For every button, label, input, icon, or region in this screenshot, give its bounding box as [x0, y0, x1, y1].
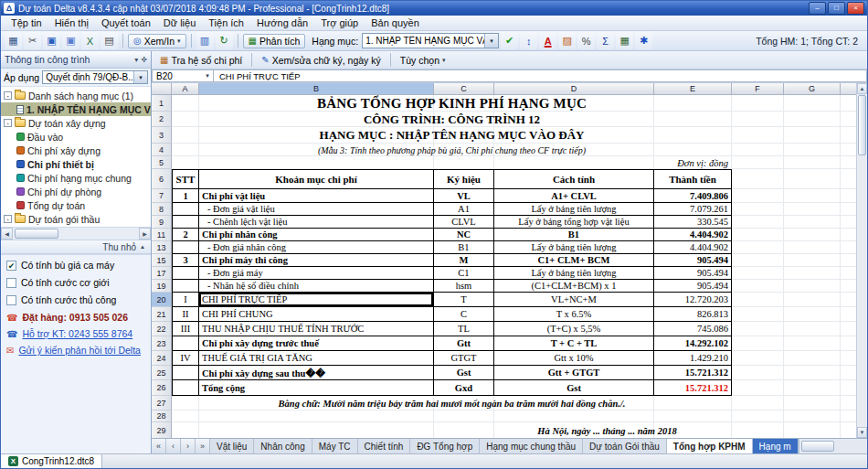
row-header-1[interactable]: 1 [152, 95, 172, 112]
tab-nav-first-icon[interactable]: « [152, 439, 166, 453]
cell[interactable] [841, 322, 856, 336]
cell[interactable]: 3 [172, 254, 199, 267]
minimize-button[interactable]: – [809, 2, 826, 15]
cell[interactable]: I [172, 293, 199, 307]
row-header-5[interactable]: 5 [152, 156, 172, 169]
cell[interactable] [172, 267, 199, 280]
horizontal-scrollbar[interactable] [799, 439, 867, 453]
cell[interactable] [841, 127, 856, 144]
scrollbar-thumb[interactable] [15, 229, 58, 239]
cell[interactable]: 826.813 [654, 307, 732, 322]
link-gui-y-kien-phan-hoi-toi-delta[interactable]: ✉Gửi ý kiến phản hồi tới Delta [6, 345, 145, 356]
cell[interactable]: T + C + TL [494, 336, 654, 351]
row-header-22[interactable]: 22 [152, 322, 172, 336]
cell[interactable] [784, 366, 841, 380]
cell[interactable] [172, 280, 199, 293]
cell[interactable] [841, 267, 856, 280]
cell[interactable]: CHI PHÍ TRỰC TIẾP [199, 293, 434, 307]
select-all-corner[interactable] [152, 83, 172, 95]
tree-item-du-toan-goi-thau[interactable]: -Dự toán gói thầu [1, 212, 151, 226]
apply-check-icon[interactable]: ✔ [501, 32, 518, 49]
cell[interactable] [784, 144, 841, 156]
cell[interactable]: Chi phí xây dựng sau thu�� [199, 366, 434, 380]
menu-item-huong-dan[interactable]: Hướng dẫn [250, 16, 314, 29]
font-color-icon[interactable]: A [539, 32, 556, 49]
tab-nav-next-icon[interactable]: › [181, 439, 196, 453]
row-header-19[interactable]: 19 [152, 280, 172, 293]
cell[interactable]: 905.494 [654, 280, 732, 293]
sheet-tab-hang-m[interactable]: Hạng m [753, 439, 799, 453]
row-header-7[interactable]: 7 [152, 189, 172, 203]
cell[interactable]: - Đơn giá nhân công [199, 241, 434, 254]
cell[interactable]: 2 [172, 229, 199, 241]
cell[interactable] [784, 169, 841, 189]
cell[interactable] [654, 410, 732, 422]
cell[interactable]: Chi phí máy thi công [199, 254, 434, 267]
cell[interactable]: Gtt + GTGT [494, 366, 654, 380]
menu-item-tro-giup[interactable]: Trợ giúp [314, 16, 365, 29]
row-header-9[interactable]: 9 [152, 216, 172, 229]
cell[interactable] [841, 307, 856, 322]
xem-sua-chu-ky-button[interactable]: ✎Xem/sửa chữ ký, ngày ký [257, 54, 386, 67]
cell[interactable]: Lấy ở bảng tổng hợp vật liệu [494, 216, 654, 229]
phan-tich-button[interactable]: ▦Phân tích [243, 34, 306, 48]
tree-item-chi-phi-hang-muc-chung[interactable]: Chi phí hạng mục chung [1, 171, 151, 185]
cell[interactable]: 15.721.312 [654, 366, 732, 380]
cell[interactable] [172, 380, 199, 396]
cell[interactable]: 330.545 [654, 216, 732, 229]
row-header-17[interactable]: 17 [152, 267, 172, 280]
cell[interactable] [784, 95, 841, 112]
cell[interactable]: Gxd [434, 380, 494, 396]
cell[interactable] [841, 380, 856, 396]
cut-icon[interactable]: ✂ [24, 32, 41, 49]
cell[interactable] [841, 112, 856, 127]
collapse-bar[interactable]: Thu nhỏ ▲ [1, 240, 151, 254]
chevron-down-icon[interactable]: ▾ [133, 71, 147, 83]
cell[interactable]: GTGT [434, 351, 494, 366]
options-icon[interactable]: ✱ [635, 32, 652, 49]
cell[interactable] [784, 254, 841, 267]
cell[interactable]: 4.404.902 [654, 241, 732, 254]
cell[interactable] [841, 410, 856, 422]
tree-item-tong-du-toan[interactable]: Tổng dự toán [1, 198, 151, 212]
sheet-tab-du-toan-goi-thau[interactable]: Dự toán Gói thầu [583, 439, 667, 453]
row-header-23[interactable]: 23 [152, 336, 172, 351]
cell[interactable] [732, 254, 784, 267]
row-header-26[interactable]: 26 [152, 380, 172, 396]
cell[interactable] [732, 127, 784, 144]
column-header-b[interactable]: B [199, 83, 434, 95]
row-header-15[interactable]: 15 [152, 254, 172, 267]
cell[interactable] [784, 216, 841, 229]
cell[interactable] [841, 169, 856, 189]
cell[interactable] [732, 189, 784, 203]
hang-muc-combo[interactable]: 1. NHẬP TÊN HẠNG MỤC VÀ...▾ [362, 33, 499, 48]
cell[interactable] [784, 322, 841, 336]
cell[interactable] [199, 422, 434, 438]
cell[interactable] [732, 229, 784, 241]
expander-icon[interactable]: - [4, 91, 12, 100]
tab-nav-last-icon[interactable]: » [196, 439, 210, 453]
checkbox-icon[interactable] [6, 278, 16, 288]
cell[interactable]: hsm [434, 280, 494, 293]
cell[interactable]: VL [434, 189, 494, 203]
cell[interactable] [841, 189, 856, 203]
cell[interactable]: A1+ CLVL [494, 189, 654, 203]
move-updown-icon[interactable]: ↕ [520, 32, 537, 49]
cell[interactable]: 905.494 [654, 267, 732, 280]
cell[interactable] [172, 336, 199, 351]
cell[interactable] [172, 241, 199, 254]
excel-export-icon[interactable]: X [81, 32, 99, 49]
cell[interactable]: TL [434, 322, 494, 336]
cell[interactable] [784, 351, 841, 366]
cell[interactable]: 4.404.902 [654, 229, 732, 241]
cell[interactable]: CHI PHÍ CHUNG [199, 307, 434, 322]
menu-item-tien-ich[interactable]: Tiện ích [202, 16, 250, 29]
cell[interactable] [784, 127, 841, 144]
column-header-e[interactable]: E [654, 83, 732, 95]
cell[interactable] [784, 380, 841, 396]
tools-icon[interactable]: ▦ [5, 32, 22, 49]
cell[interactable] [841, 229, 856, 241]
pin-icon[interactable]: ✜ [141, 56, 147, 64]
cell[interactable] [172, 410, 199, 422]
link-dat-hang-0913-505-026[interactable]: ☎Đặt hàng: 0913 505 026 [6, 312, 145, 323]
